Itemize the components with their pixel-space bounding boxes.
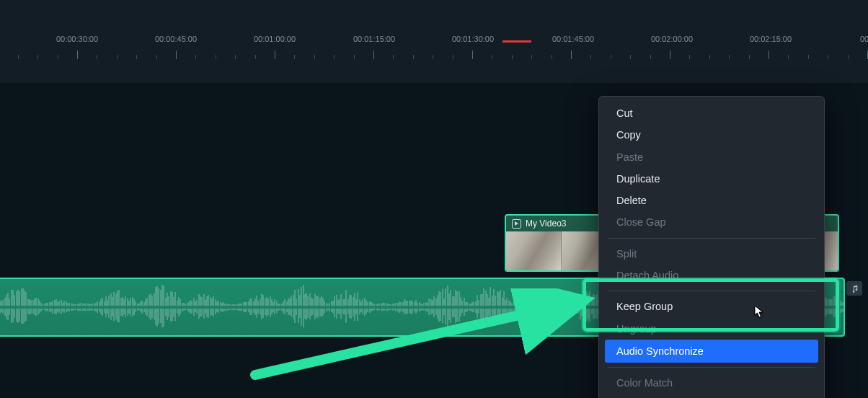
time-label: 00:02:00:00 [651, 35, 693, 43]
playhead-region [502, 40, 531, 43]
menu-item-cut[interactable]: Cut [599, 102, 824, 124]
time-label: 00:01:30:00 [452, 35, 494, 43]
music-icon [846, 281, 862, 296]
menu-separator [608, 238, 815, 239]
clip-name-label: My Video3 [526, 218, 566, 229]
menu-item-color-match: Color Match [599, 372, 824, 394]
time-label: 00 [860, 35, 868, 43]
video-editor-timeline: 00:00:30:0000:00:45:0000:01:00:0000:01:1… [0, 0, 868, 398]
menu-item-keep-group[interactable]: Keep Group [599, 296, 824, 317]
menu-item-close-gap: Close Gap [599, 211, 824, 233]
menu-item-split: Split [599, 243, 824, 265]
menu-item-ungroup: Ungroup [599, 318, 824, 340]
menu-item-paste: Paste [599, 146, 824, 168]
time-label: 00:01:45:00 [552, 35, 594, 43]
play-icon [512, 219, 521, 229]
menu-item-detach-audio: Detach Audio [599, 265, 824, 286]
context-menu[interactable]: CutCopyPasteDuplicateDeleteClose GapSpli… [598, 96, 825, 398]
menu-separator [608, 291, 815, 291]
menu-separator [608, 367, 815, 368]
time-label: 00:01:15:00 [353, 35, 395, 43]
menu-item-duplicate[interactable]: Duplicate [599, 168, 824, 190]
cursor-icon [754, 305, 764, 318]
time-label: 00:00:45:00 [155, 35, 197, 43]
time-label: 00:00:30:00 [56, 35, 98, 43]
time-label: 00:02:15:00 [750, 35, 792, 43]
menu-item-delete[interactable]: Delete [599, 190, 824, 211]
time-label: 00:01:00:00 [254, 35, 296, 43]
menu-item-copy[interactable]: Copy [599, 124, 824, 146]
menu-item-audio-synchronize[interactable]: Audio Synchronize [605, 340, 818, 363]
timeline-ruler[interactable]: 00:00:30:0000:00:45:0000:01:00:0000:01:1… [0, 0, 868, 83]
